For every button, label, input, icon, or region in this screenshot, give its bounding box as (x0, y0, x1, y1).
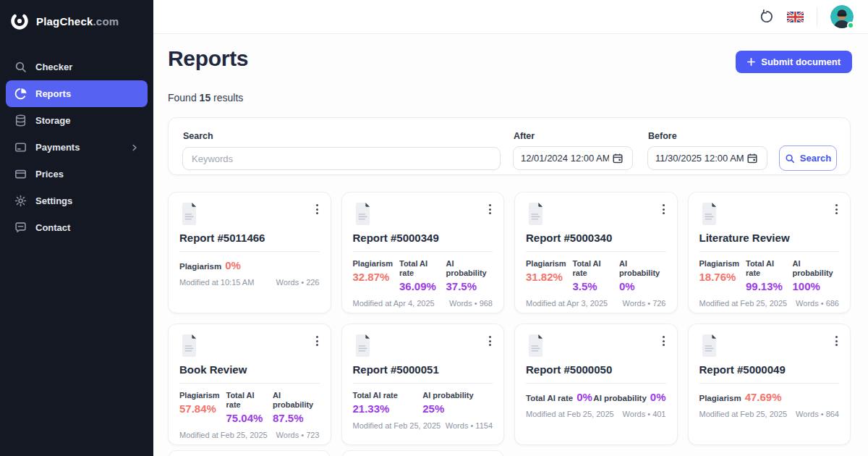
stat-value: 36.09% (399, 280, 443, 292)
sidebar-item-prices[interactable]: Prices (6, 161, 148, 187)
card-menu-button[interactable] (658, 201, 669, 217)
sidebar-item-payments[interactable]: Payments (6, 134, 148, 161)
gear-icon (14, 195, 27, 207)
word-count: Words • 1154 (446, 421, 493, 430)
report-card[interactable]: Report #5000051 Total AI rate21.33%AI pr… (341, 324, 505, 445)
report-card-partial[interactable] (341, 450, 504, 456)
stat-value: 0% (225, 259, 241, 271)
divider (699, 251, 840, 252)
avatar[interactable] (830, 5, 854, 28)
report-card[interactable]: Book Review Plagiarism57.84%Total AI rat… (168, 324, 331, 445)
sidebar-item-label: Contact (35, 222, 70, 233)
sidebar-nav: CheckerReportsStoragePaymentsPricesSetti… (0, 54, 153, 241)
document-icon (699, 203, 719, 225)
sidebar: PlagCheck.com CheckerReportsStoragePayme… (0, 0, 153, 456)
report-card[interactable]: Report #5000340 Plagiarism31.82%Total AI… (514, 192, 678, 313)
wallet-icon (14, 141, 27, 153)
sidebar-item-label: Storage (35, 115, 70, 126)
card-stats: Plagiarism57.84%Total AI rate75.04%AI pr… (179, 391, 320, 424)
calendar-icon[interactable] (746, 153, 758, 164)
report-title: Report #5011466 (179, 232, 320, 244)
report-card[interactable]: Report #5011466 Plagiarism0% Modified at… (168, 192, 331, 313)
keywords-input[interactable] (182, 147, 501, 170)
card-menu-button[interactable] (831, 333, 842, 349)
stat-ai: AI probability87.5% (273, 391, 320, 424)
card-footer: Modified at Feb 25, 2025 Words • 401 (526, 410, 666, 418)
report-card[interactable]: Literature Review Plagiarism18.76%Total … (688, 192, 851, 313)
stat-label: Total AI rate (353, 391, 420, 400)
plus-icon (747, 58, 755, 66)
search-button[interactable]: Search (779, 145, 837, 171)
before-date-field[interactable] (647, 146, 767, 170)
stat-label: AI probability (793, 259, 837, 278)
refresh-icon[interactable] (760, 9, 774, 24)
search-icon (785, 153, 795, 164)
topbar (153, 0, 868, 34)
word-count: Words • 401 (623, 410, 666, 418)
submit-document-button[interactable]: Submit document (736, 51, 852, 73)
stat-ai: Total AI rate3.5% (573, 259, 620, 292)
document-icon (353, 334, 373, 357)
sidebar-item-reports[interactable]: Reports (6, 80, 148, 107)
stat-plagiarism: Plagiarism47.69% (699, 391, 782, 403)
modified-at: Modified at Feb 25, 2025 (179, 431, 268, 439)
report-title: Book Review (179, 363, 320, 376)
before-date-input[interactable] (655, 153, 744, 164)
report-card[interactable]: Report #5000050 Total AI rate0%AI probab… (514, 324, 678, 445)
card-stats: Plagiarism47.69% (699, 391, 840, 403)
chat-icon (14, 221, 27, 234)
uk-flag-icon[interactable] (787, 12, 804, 22)
modified-at: Modified at 10:15 AM (179, 278, 254, 287)
report-title: Report #5000349 (353, 232, 493, 244)
card-menu-button[interactable] (312, 333, 323, 349)
stat-value: 32.87% (353, 271, 397, 283)
stat-label: Plagiarism (179, 262, 221, 271)
calendar-icon[interactable] (612, 153, 624, 164)
card-menu-button[interactable] (312, 201, 323, 217)
report-card[interactable]: Report #5000349 Plagiarism32.87%Total AI… (341, 192, 505, 313)
brand-logo[interactable]: PlagCheck.com (0, 0, 153, 43)
card-stats: Plagiarism18.76%Total AI rate99.13%AI pr… (699, 259, 840, 292)
sidebar-item-settings[interactable]: Settings (6, 187, 148, 214)
card-menu-button[interactable] (831, 201, 842, 217)
stat-plagiarism: Plagiarism18.76% (699, 259, 746, 292)
stat-label: Plagiarism (353, 259, 397, 269)
modified-at: Modified at Feb 25, 2025 (699, 410, 788, 418)
card-header (699, 203, 840, 225)
after-date-input[interactable] (521, 153, 609, 164)
card-footer: Modified at 10:15 AM Words • 226 (179, 278, 320, 287)
stat-label: Plagiarism (699, 259, 744, 269)
card-menu-button[interactable] (485, 201, 495, 217)
card-menu-button[interactable] (658, 333, 669, 349)
sidebar-item-storage[interactable]: Storage (6, 107, 148, 134)
stat-ai: AI probability0% (619, 259, 666, 292)
stat-label: Total AI rate (399, 259, 443, 278)
sidebar-item-contact[interactable]: Contact (6, 214, 148, 241)
document-icon (526, 334, 545, 357)
stat-label: Total AI rate (573, 259, 617, 278)
modified-at: Modified at Feb 25, 2025 (353, 421, 441, 430)
report-title: Literature Review (699, 232, 840, 244)
stat-value: 75.04% (226, 412, 271, 424)
card-menu-button[interactable] (485, 333, 495, 349)
filter-bar: Search After Before (168, 117, 851, 175)
sidebar-item-checker[interactable]: Checker (6, 54, 148, 80)
word-count: Words • 226 (276, 278, 320, 287)
stat-label: AI probability (593, 394, 646, 402)
card-footer: Modified at Feb 25, 2025 Words • 723 (179, 431, 320, 439)
stat-label: Plagiarism (699, 394, 741, 402)
stat-value: 0% (576, 391, 592, 403)
card-header (526, 334, 666, 357)
report-card-partial[interactable] (168, 450, 331, 456)
card-footer: Modified at Apr 3, 2025 Words • 726 (526, 299, 666, 308)
stat-ai: Total AI rate21.33% (353, 391, 423, 415)
document-icon (699, 334, 719, 357)
divider (179, 383, 320, 384)
stat-plagiarism: Plagiarism31.82% (526, 259, 573, 292)
stat-ai: AI probability100% (793, 259, 840, 292)
after-date-field[interactable] (513, 146, 633, 170)
report-card[interactable]: Report #5000049 Plagiarism47.69% Modifie… (688, 324, 851, 445)
stat-plagiarism: Plagiarism32.87% (353, 259, 400, 292)
stat-value: 99.13% (746, 280, 790, 292)
stat-label: AI probability (446, 259, 490, 278)
